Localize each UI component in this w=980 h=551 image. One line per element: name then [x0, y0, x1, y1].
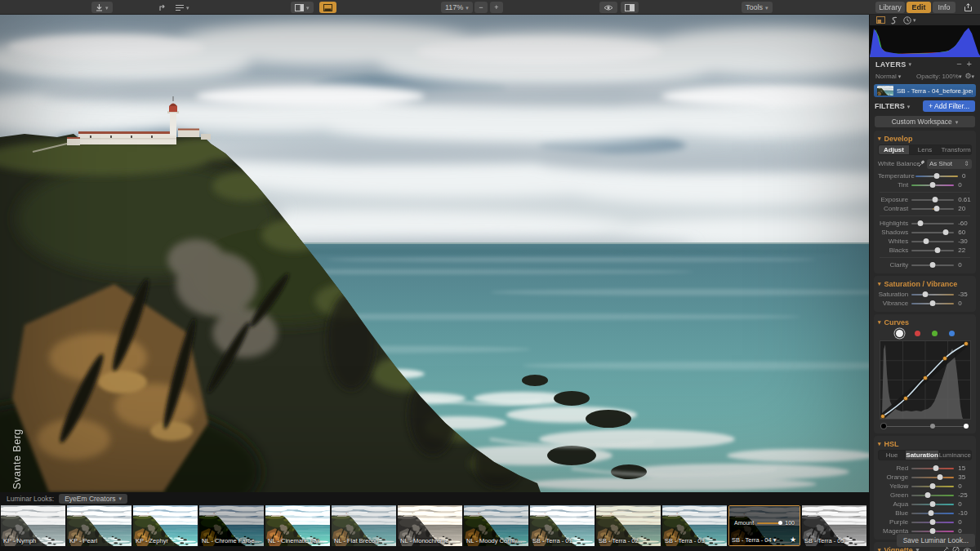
slider-handle[interactable] — [928, 510, 933, 516]
purple-slider[interactable] — [911, 522, 954, 523]
green-slider[interactable] — [911, 495, 954, 496]
hsl-tab-luminance[interactable]: Luminance — [939, 451, 971, 460]
slider-handle[interactable] — [930, 300, 936, 306]
highlights-slider[interactable] — [911, 223, 954, 224]
develop-header[interactable]: ▾ Develop — [878, 134, 972, 143]
slider-handle[interactable] — [924, 492, 930, 498]
look-thumbnail-nl-monochrome-[interactable]: NL - Monochrome ... — [398, 505, 462, 546]
yellow-slider[interactable] — [911, 486, 954, 487]
clarity-slider[interactable] — [911, 264, 954, 266]
exposure-slider[interactable] — [911, 199, 954, 201]
tint-slider[interactable] — [911, 184, 954, 186]
look-thumbnail-kp-zephyr[interactable]: KP - Zephyr — [133, 505, 198, 546]
slider-handle[interactable] — [934, 206, 940, 211]
red-slider[interactable] — [911, 468, 954, 469]
look-thumbnail-sb-terra-05[interactable]: SB - Terra - 05 — [802, 505, 866, 546]
look-thumbnail-kp-nymph[interactable]: KP - Nymph — [1, 505, 65, 546]
slider-handle[interactable] — [933, 465, 938, 471]
eyedropper-icon[interactable] — [918, 160, 924, 167]
zoom-level-dropdown[interactable]: 117% ▾ — [441, 2, 473, 13]
curves-editor[interactable] — [880, 340, 971, 420]
eye-icon[interactable] — [963, 547, 972, 551]
saturation-vibrance-header[interactable]: ▾ Saturation / Vibrance — [878, 279, 972, 288]
curve-channel-blue[interactable] — [949, 331, 955, 336]
chevron-down-icon[interactable]: ▾ — [908, 61, 911, 67]
blend-mode-dropdown[interactable]: Normal — [875, 73, 897, 80]
look-thumbnail-nl-flat-brecon[interactable]: NL - Flat Brecon — [332, 505, 396, 546]
shadows-slider[interactable] — [911, 232, 954, 233]
slider-handle[interactable] — [930, 501, 936, 507]
save-luminar-look-button[interactable]: Save Luminar Look... — [897, 534, 975, 547]
develop-tab-lens[interactable]: Lens — [910, 145, 941, 154]
curve-channel-white[interactable] — [896, 330, 903, 337]
slider-handle[interactable] — [924, 238, 929, 244]
slider-handle[interactable] — [938, 474, 943, 480]
slider-handle[interactable] — [923, 291, 929, 297]
vibrance-slider[interactable] — [911, 303, 954, 304]
hsl-tab-saturation[interactable]: Saturation — [906, 451, 939, 460]
tools-dropdown[interactable]: Tools ▾ — [742, 2, 773, 13]
look-thumbnail-kp-pearl[interactable]: KP - Pearl — [67, 505, 131, 546]
chevron-down-icon[interactable]: ▾ — [907, 104, 911, 109]
filmstrip-toggle[interactable] — [319, 2, 336, 13]
saturation-slider[interactable] — [911, 294, 954, 295]
look-thumbnail-nl-chrome-faroe-[interactable]: NL - Chrome Faroe... — [199, 505, 264, 546]
look-thumbnail-nl-cinematic-far-[interactable]: NL - Cinematic Far... — [265, 505, 330, 546]
photo-canvas[interactable]: © Svante Berg — [0, 15, 869, 492]
gear-icon[interactable]: ⚙ — [964, 72, 971, 80]
whites-slider[interactable] — [911, 241, 954, 242]
undo-button[interactable] — [154, 2, 170, 13]
history-button[interactable]: ▾ — [903, 16, 916, 24]
develop-tab-transform[interactable]: Transform — [941, 145, 971, 154]
looks-category-dropdown[interactable]: EyeEm Creators ▾ — [59, 494, 127, 504]
add-filter-button[interactable]: + Add Filter... — [923, 100, 975, 112]
temperature-slider[interactable] — [915, 176, 958, 177]
preview-toggle[interactable] — [599, 2, 617, 13]
slider-handle[interactable] — [930, 182, 936, 188]
edits-list-button[interactable]: ▾ — [172, 2, 194, 13]
amount-handle[interactable] — [778, 521, 782, 525]
curve-black-white-slider[interactable] — [880, 423, 971, 429]
remove-layer-button[interactable]: − — [954, 60, 964, 69]
look-amount-slider[interactable]: Amount100 — [734, 520, 795, 526]
look-thumbnail-sb-terra-04[interactable]: SB - Terra - 04 ▾Amount100★ — [728, 505, 800, 546]
look-thumbnail-sb-terra-02[interactable]: SB - Terra - 02 — [596, 505, 661, 546]
magenta-slider[interactable] — [911, 531, 954, 532]
export-button[interactable]: ▾ — [91, 2, 113, 13]
add-layer-button[interactable]: + — [964, 60, 974, 69]
side-panel-toggle[interactable]: ▾ — [291, 2, 314, 13]
black-point-handle[interactable] — [881, 424, 886, 429]
look-thumbnail-sb-terra-01[interactable]: SB - Terra - 01 — [530, 505, 595, 546]
s-curve-icon[interactable] — [891, 16, 898, 24]
blue-slider[interactable] — [911, 513, 954, 514]
mid-point-handle[interactable] — [930, 424, 935, 429]
workspace-dropdown[interactable]: Custom Workspace ▾ — [875, 116, 975, 127]
tab-edit[interactable]: Edit — [906, 2, 931, 13]
slider-handle[interactable] — [934, 247, 940, 253]
compare-toggle[interactable] — [621, 2, 639, 13]
hsl-header[interactable]: ▾ HSL — [878, 439, 972, 448]
quick-preview-icon[interactable] — [876, 16, 885, 24]
slider-handle[interactable] — [917, 220, 923, 226]
zoom-in-button[interactable]: + — [490, 2, 503, 13]
tab-library[interactable]: Library — [875, 2, 905, 13]
curves-header[interactable]: ▾ Curves — [878, 318, 972, 327]
white-point-handle[interactable] — [964, 424, 969, 429]
orange-slider[interactable] — [911, 477, 954, 478]
share-button[interactable] — [960, 2, 976, 13]
opacity-value[interactable]: 100% — [942, 73, 958, 80]
slider-handle[interactable] — [930, 262, 936, 268]
aqua-slider[interactable] — [911, 504, 954, 505]
curve-channel-red[interactable] — [915, 331, 920, 336]
hsl-tab-hue[interactable]: Hue — [879, 451, 906, 460]
slider-handle[interactable] — [934, 173, 940, 179]
slider-handle[interactable] — [930, 483, 936, 489]
layer-item[interactable]: SB - Terra - 04_before.jpeg — [874, 84, 976, 97]
star-icon[interactable]: ★ — [790, 535, 796, 544]
tab-info[interactable]: Info — [933, 2, 956, 13]
slider-handle[interactable] — [942, 229, 948, 235]
blacks-slider[interactable] — [911, 250, 954, 251]
curve-channel-green[interactable] — [932, 331, 938, 336]
slider-handle[interactable] — [930, 519, 936, 525]
look-thumbnail-nl-moody-cornw-[interactable]: NL - Moody Cornw... — [464, 505, 528, 546]
